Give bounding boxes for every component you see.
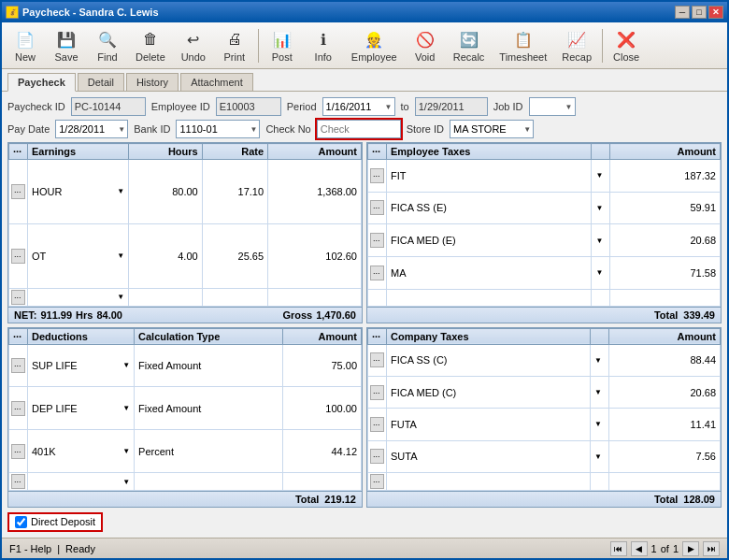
checkno-field[interactable] (317, 120, 401, 138)
direct-deposit-checkbox[interactable] (15, 516, 27, 528)
etax-dd[interactable]: ▼ (595, 171, 606, 179)
next-page-button[interactable]: ▶ (682, 541, 699, 556)
period-from-value: 1/16/2011 (326, 101, 372, 112)
period-to-field[interactable] (415, 97, 488, 116)
ded-row: ··· DEP LIFE ▼ Fixed Amount 100.00 (9, 387, 362, 430)
ctax-type: FICA SS (C) (387, 344, 591, 376)
earnings-row-type[interactable]: OT ▼ (28, 223, 129, 288)
minimize-button[interactable]: ─ (675, 6, 690, 19)
earnings-empty-type[interactable]: ▼ (28, 288, 129, 306)
toolbar-separator (258, 29, 259, 63)
earnings-type-dropdown2[interactable]: OT ▼ (32, 251, 124, 262)
employee-taxes-panel: ··· Employee Taxes Amount ··· FIT ▼ 187.… (366, 142, 722, 323)
last-page-button[interactable]: ⏭ (703, 541, 720, 556)
paydate-dropdown[interactable]: 1/28/2011 ▼ (55, 120, 128, 138)
toolbar-separator-2 (602, 29, 603, 63)
period-to-label: to (401, 101, 409, 112)
delete-button[interactable]: 🗑 Delete (129, 25, 172, 65)
save-button[interactable]: 💾 Save (47, 25, 86, 65)
ctax-dd[interactable]: ▼ (594, 356, 605, 365)
ded-type[interactable]: 401K ▼ (28, 430, 135, 473)
print-button[interactable]: 🖨 Print (215, 25, 254, 65)
ctax-dd4[interactable]: ▼ (594, 452, 605, 461)
etax-dd3[interactable]: ▼ (595, 237, 606, 245)
titlebar-controls: ─ □ ✕ (675, 6, 723, 19)
ded-type-dd3[interactable]: 401K ▼ (32, 446, 130, 457)
main-content: Paycheck ID Employee ID Period 1/16/2011… (2, 92, 727, 538)
etax-row: ··· FICA SS (E) ▼ 59.91 (368, 192, 721, 224)
ded-calctype: Fixed Amount (135, 387, 283, 430)
titlebar: 💰 Paycheck - Sandra C. Lewis ─ □ ✕ (2, 2, 727, 22)
period-label: Period (287, 101, 317, 112)
storeid-dropdown[interactable]: MA STORE ▼ (450, 120, 534, 138)
earnings-row-hours: 80.00 (129, 160, 203, 224)
direct-deposit-checkbox-container[interactable]: Direct Deposit (7, 512, 103, 532)
undo-button[interactable]: ↩ Undo (174, 25, 213, 65)
hrs-value: 84.00 (96, 309, 122, 321)
ctax-type: FICA MED (C) (387, 376, 591, 408)
hrs-label: Hrs (76, 309, 93, 321)
earnings-type-header: Earnings (28, 144, 129, 160)
ctax-dots: ··· (368, 440, 387, 472)
recap-icon: 📈 (565, 28, 588, 50)
etax-dots: ··· (368, 160, 387, 193)
recap-button[interactable]: 📈 Recap (555, 25, 598, 65)
ded-dots: ··· (9, 344, 28, 387)
ctax-dd2[interactable]: ▼ (594, 388, 605, 396)
recalc-label: Recalc (453, 51, 485, 63)
earnings-row-type[interactable]: HOUR ▼ (28, 160, 129, 224)
ctax-row-empty: ··· (368, 473, 721, 491)
earnings-row: ··· HOUR ▼ 80.00 17.10 1,368.00 (9, 160, 362, 224)
ded-dots: ··· (9, 387, 28, 430)
new-button[interactable]: 📄 New (6, 25, 45, 65)
period-from-dropdown[interactable]: 1/16/2011 ▼ (322, 97, 395, 116)
ctax-type: FUTA (387, 409, 591, 440)
tab-detail[interactable]: Detail (78, 73, 124, 91)
maximize-button[interactable]: □ (692, 6, 707, 19)
ded-type[interactable]: SUP LIFE ▼ (28, 344, 135, 387)
tab-attachment[interactable]: Attachment (180, 73, 253, 91)
storeid-arrow: ▼ (523, 125, 531, 134)
ctax-dd3[interactable]: ▼ (594, 420, 605, 428)
page-of-label: of (661, 543, 669, 554)
etax-amount: 20.68 (610, 224, 721, 257)
info-button[interactable]: ℹ Info (304, 25, 343, 65)
ded-type[interactable]: DEP LIFE ▼ (28, 387, 135, 430)
ctax-row: ··· SUTA ▼ 7.56 (368, 440, 721, 472)
post-button[interactable]: 📊 Post (263, 25, 302, 65)
prev-page-button[interactable]: ◀ (631, 541, 648, 556)
jobid-dropdown[interactable]: ▼ (529, 97, 576, 116)
storeid-label: Store ID (407, 123, 444, 135)
earnings-type-dropdown[interactable]: HOUR ▼ (32, 186, 124, 197)
save-icon: 💾 (55, 28, 78, 50)
close-button[interactable]: ❌ Close (607, 25, 646, 65)
earnings-footer: NET: 911.99 Hrs 84.00 Gross 1,470.60 (8, 307, 362, 323)
earnings-empty-dropdown[interactable]: ▼ (32, 293, 124, 301)
employee-button[interactable]: 👷 Employee (345, 25, 404, 65)
etax-dd2[interactable]: ▼ (595, 204, 606, 212)
new-icon: 📄 (14, 28, 36, 50)
bankid-dropdown[interactable]: 1110-01 ▼ (176, 120, 260, 138)
ded-empty-dd[interactable]: ▼ (32, 478, 130, 486)
paycheckid-label: Paycheck ID (7, 101, 65, 112)
deductions-table: ··· Deductions Calculation Type Amount ·… (8, 328, 362, 492)
ded-total-value: 219.12 (324, 494, 356, 505)
ded-amount-header: Amount (283, 328, 362, 344)
ded-type-dd[interactable]: SUP LIFE ▼ (32, 360, 130, 371)
close-window-button[interactable]: ✕ (708, 6, 723, 19)
recalc-button[interactable]: 🔄 Recalc (447, 25, 492, 65)
first-page-button[interactable]: ⏮ (610, 541, 627, 556)
ctax-dots: ··· (368, 376, 387, 408)
employeeid-field[interactable] (216, 97, 281, 116)
paycheckid-field[interactable] (71, 97, 146, 116)
etax-dd4[interactable]: ▼ (595, 268, 606, 277)
etax-footer: Total 339.49 (367, 307, 721, 323)
tab-paycheck[interactable]: Paycheck (7, 73, 76, 92)
etax-row: ··· FICA MED (E) ▼ 20.68 (368, 224, 721, 257)
etax-type: FICA MED (E) (387, 224, 592, 257)
find-button[interactable]: 🔍 Find (88, 25, 127, 65)
ded-type-dd2[interactable]: DEP LIFE ▼ (32, 403, 130, 414)
void-button[interactable]: 🚫 Void (406, 25, 445, 65)
timesheet-button[interactable]: 📋 Timesheet (493, 25, 553, 65)
tab-history[interactable]: History (126, 73, 179, 91)
